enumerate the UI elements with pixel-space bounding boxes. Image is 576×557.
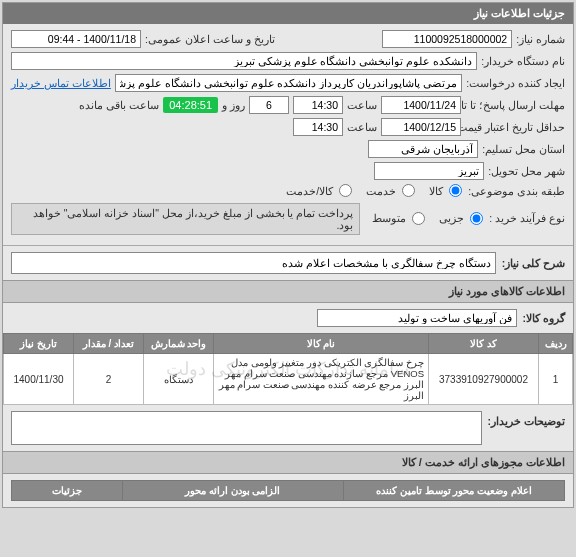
table-header-row: ردیف کد کالا نام کالا واحد شمارش تعداد /… — [4, 334, 573, 354]
cat-goods-radio[interactable] — [449, 184, 462, 197]
items-table: ردیف کد کالا نام کالا واحد شمارش تعداد /… — [3, 333, 573, 405]
need-details-panel: جزئیات اطلاعات نیاز شماره نیاز: تاریخ و … — [2, 2, 574, 508]
buyer-notes-label: توضیحات خریدار: — [488, 411, 565, 427]
table-row[interactable]: 1 3733910927900002 چرخ سفالگری الکتریکی … — [4, 354, 573, 405]
licenses-header-row: اعلام وضعیت محور توسط تامین کننده الزامی… — [12, 481, 565, 501]
countdown-timer: 04:28:51 — [163, 97, 218, 113]
city-label: شهر محل تحویل: — [488, 165, 565, 177]
time-label-1: ساعت — [347, 99, 377, 111]
items-section-title: اطلاعات کالاهای مورد نیاز — [3, 280, 573, 303]
cat-goods-service-label: کالا/خدمت — [286, 185, 333, 197]
panel-title: جزئیات اطلاعات نیاز — [3, 3, 573, 24]
col-date: تاریخ نیاز — [4, 334, 74, 354]
cell-idx: 1 — [539, 354, 573, 405]
announce-input[interactable] — [11, 30, 141, 48]
province-label: استان محل تسليم: — [482, 143, 565, 155]
cell-date: 1400/11/30 — [4, 354, 74, 405]
days-label: روز و — [222, 99, 245, 111]
bt-medium-label: متوسط — [372, 212, 406, 224]
min-credit-date-input[interactable] — [381, 118, 461, 136]
announce-label: تاریخ و ساعت اعلان عمومی: — [145, 33, 275, 45]
bt-minor-radio[interactable] — [470, 212, 483, 225]
remain-label: ساعت باقی مانده — [79, 99, 159, 111]
licenses-section-title: اطلاعات مجوزهای ارائه خدمت / کالا — [3, 451, 573, 474]
cell-name: چرخ سفالگری الکتریکی دور متغییر ولومی مد… — [214, 354, 429, 405]
cat-goods-label: کالا — [429, 185, 443, 197]
licenses-table: اعلام وضعیت محور توسط تامین کننده الزامی… — [11, 480, 565, 501]
deadline-answer-label: مهلت ارسال پاسخ؛ تا تاریخ: — [465, 99, 565, 111]
creator-label: ایجاد کننده درخواست: — [466, 77, 565, 89]
days-input[interactable] — [249, 96, 289, 114]
col-name: نام کالا — [214, 334, 429, 354]
buyer-notes-textarea[interactable] — [11, 411, 482, 445]
form-area: شماره نیاز: تاریخ و ساعت اعلان عمومی: نا… — [3, 24, 573, 245]
col-row: ردیف — [539, 334, 573, 354]
min-credit-label: حداقل تاریخ اعتبار قیمت؛ تا تاریخ: — [465, 121, 565, 133]
col-mandatory: الزامی بودن ارائه محور — [122, 481, 343, 501]
cell-unit: دستگاه — [144, 354, 214, 405]
cell-code: 3733910927900002 — [429, 354, 539, 405]
col-qty: تعداد / مقدار — [74, 334, 144, 354]
creator-input[interactable] — [115, 74, 462, 92]
need-no-input[interactable] — [382, 30, 512, 48]
items-table-wrap: سامانه تدارکات الکترونیکی دولت ردیف کد ک… — [3, 333, 573, 405]
cat-service-label: خدمت — [366, 185, 396, 197]
category-label: طبقه بندی موضوعی: — [468, 185, 565, 197]
group-input[interactable] — [317, 309, 517, 327]
col-unit: واحد شمارش — [144, 334, 214, 354]
desc-label: شرح کلی نیاز: — [502, 257, 565, 269]
group-label: گروه کالا: — [523, 312, 565, 324]
bt-minor-label: جزیی — [439, 212, 464, 224]
need-no-label: شماره نیاز: — [516, 33, 565, 45]
col-code: کد کالا — [429, 334, 539, 354]
cat-service-radio[interactable] — [402, 184, 415, 197]
buyer-label: نام دستگاه خریدار: — [481, 55, 565, 67]
col-details: جزئیات — [12, 481, 123, 501]
cat-goods-service-radio[interactable] — [339, 184, 352, 197]
cell-qty: 2 — [74, 354, 144, 405]
min-credit-time-input[interactable] — [293, 118, 343, 136]
time-label-2: ساعت — [347, 121, 377, 133]
buyer-input[interactable] — [11, 52, 477, 70]
desc-input[interactable] — [11, 252, 496, 274]
deadline-time-input[interactable] — [293, 96, 343, 114]
bt-medium-radio[interactable] — [412, 212, 425, 225]
province-input[interactable] — [368, 140, 478, 158]
deadline-date-input[interactable] — [381, 96, 461, 114]
buy-type-note: پرداخت تمام یا بخشی از مبلغ خرید،از محل … — [11, 203, 360, 235]
city-input[interactable] — [374, 162, 484, 180]
col-status: اعلام وضعیت محور توسط تامین کننده — [343, 481, 564, 501]
buyer-contact-link[interactable]: اطلاعات تماس خریدار — [11, 77, 111, 89]
buy-type-label: نوع فرآیند خرید : — [489, 212, 565, 224]
